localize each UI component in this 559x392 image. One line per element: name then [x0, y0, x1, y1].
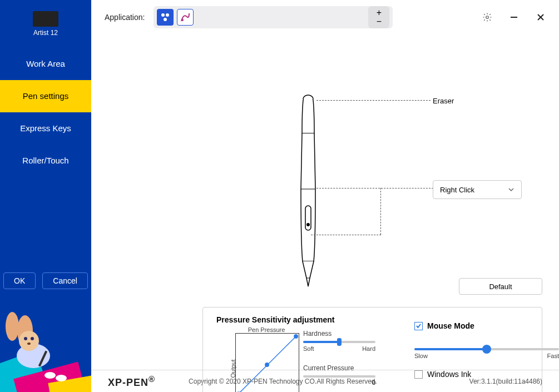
svg-point-12: [56, 375, 67, 381]
cancel-button[interactable]: Cancel: [42, 272, 88, 289]
button-connector-v: [380, 188, 381, 235]
svg-rect-24: [305, 206, 311, 230]
minimize-icon[interactable]: [509, 12, 519, 22]
brand-logo: XP-PEN®: [108, 374, 155, 389]
sidebar: Artist 12 Work Area Pen settings Express…: [0, 0, 91, 392]
svg-point-25: [306, 223, 310, 226]
curve-caption: Pen Pressure: [233, 326, 300, 333]
svg-point-29: [265, 363, 269, 367]
topbar: Application: + −: [91, 0, 559, 34]
svg-point-8: [31, 337, 34, 340]
app-tile-app1[interactable]: [177, 9, 194, 26]
button-connector-h: [316, 188, 433, 188]
hardness-slider[interactable]: [303, 341, 375, 343]
svg-point-5: [6, 312, 19, 341]
svg-point-9: [27, 343, 31, 345]
chevron-down-icon: [508, 186, 515, 193]
ok-button[interactable]: OK: [3, 272, 36, 289]
application-strip: + −: [154, 6, 393, 28]
svg-point-11: [44, 372, 56, 379]
pen-button-value: Right Click: [440, 186, 474, 194]
pressure-curve[interactable]: Output: [235, 333, 299, 392]
nav-express-keys[interactable]: Express Keys: [0, 112, 91, 145]
windows-ink-checkbox[interactable]: [414, 370, 423, 379]
check-icon: [415, 323, 422, 329]
svg-point-16: [181, 19, 184, 21]
mouse-slow: Slow: [414, 353, 428, 359]
application-label: Application:: [105, 13, 145, 22]
mouse-speed-slider[interactable]: [414, 348, 559, 350]
current-pressure-block: Current Pressure 0: [303, 364, 375, 386]
svg-point-30: [294, 334, 298, 339]
default-button[interactable]: Default: [459, 278, 542, 295]
content: Eraser Right Click Default Pressure Sens…: [91, 34, 559, 370]
nav-pen-settings[interactable]: Pen settings: [0, 80, 91, 112]
current-pressure-value: 0: [303, 379, 375, 386]
windows-ink-label: Windows Ink: [427, 370, 471, 379]
settings-icon[interactable]: [482, 12, 492, 22]
hardness-soft: Soft: [303, 345, 314, 352]
minus-icon: −: [377, 17, 382, 26]
eraser-connector: [316, 100, 431, 101]
eraser-label: Eraser: [433, 97, 454, 105]
svg-point-14: [166, 13, 169, 17]
button-connector-h2: [311, 235, 381, 235]
svg-point-7: [24, 337, 27, 340]
hardness-label: Hardness: [303, 330, 375, 338]
svg-point-6: [19, 331, 39, 351]
mouse-mode-checkbox[interactable]: [414, 322, 423, 330]
device-name: Artist 12: [0, 29, 91, 37]
hardness-block: Hardness Soft Hard: [303, 330, 375, 352]
hardness-hard: Hard: [362, 345, 375, 352]
device-icon: [33, 11, 58, 27]
pen-illustration: [294, 95, 322, 291]
app-tile-default[interactable]: [157, 9, 174, 26]
svg-point-15: [164, 18, 167, 21]
svg-point-17: [486, 16, 489, 19]
mouse-fast: Fast: [547, 353, 559, 359]
pressure-panel: Pressure Sensitivity adjustment Pen Pres…: [202, 307, 542, 392]
mouse-mode-label: Mouse Mode: [427, 321, 474, 330]
nav-work-area[interactable]: Work Area: [0, 48, 91, 80]
close-icon[interactable]: [536, 12, 546, 22]
plus-icon: +: [377, 8, 382, 17]
app-add-remove[interactable]: + −: [368, 6, 389, 28]
current-pressure-label: Current Pressure: [303, 364, 375, 372]
svg-point-13: [161, 13, 165, 17]
current-pressure-bar: [303, 375, 375, 378]
pen-button-dropdown[interactable]: Right Click: [433, 180, 522, 199]
output-label: Output: [230, 359, 236, 378]
mascot-image: [0, 292, 91, 392]
nav-roller-touch[interactable]: Roller/Touch: [0, 145, 91, 177]
main-area: Application: + −: [91, 0, 559, 392]
